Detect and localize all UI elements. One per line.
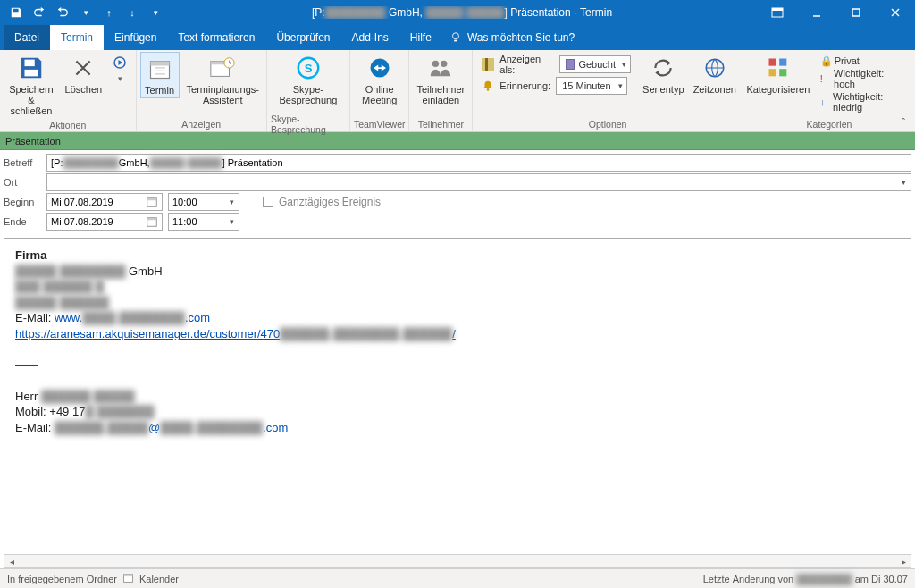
svg-point-22 bbox=[487, 88, 490, 91]
tab-file[interactable]: Datei bbox=[4, 25, 50, 50]
forward-menu-button[interactable]: ▾ bbox=[108, 52, 132, 86]
categorize-icon bbox=[764, 54, 793, 82]
calendar-picker-icon[interactable] bbox=[146, 196, 158, 210]
skype-icon: S bbox=[294, 54, 323, 82]
ribbon: Speichern & schließen Löschen ▾ Aktionen… bbox=[0, 50, 915, 132]
teamviewer-meeting-button[interactable]: Online Meeting bbox=[358, 52, 400, 107]
svg-rect-21 bbox=[485, 58, 488, 71]
prev-item-icon[interactable]: ↑ bbox=[98, 2, 120, 23]
undo-icon[interactable] bbox=[29, 2, 50, 23]
tab-termin[interactable]: Termin bbox=[50, 25, 104, 50]
status-bar: In freigegebenem Ordner Kalender Letzte … bbox=[0, 568, 915, 588]
last-change-status: Letzte Änderung von ████████ am Di 30.07 bbox=[703, 574, 908, 584]
location-input[interactable]: ▾ bbox=[46, 173, 911, 191]
end-label: Ende bbox=[4, 216, 41, 227]
group-label-anzeigen: Anzeigen bbox=[181, 117, 221, 131]
svg-rect-33 bbox=[124, 574, 133, 575]
termin-view-button[interactable]: Termin bbox=[140, 52, 180, 98]
svg-rect-11 bbox=[150, 62, 169, 66]
svg-point-6 bbox=[452, 33, 458, 39]
calendar-picker-icon[interactable] bbox=[146, 215, 158, 230]
scheduling-assistant-button[interactable]: Terminplanungs- Assistent bbox=[183, 52, 263, 107]
group-kategorien: Kategorisieren 🔒Privat !Wichtigkeit: hoc… bbox=[743, 50, 915, 131]
categorize-button[interactable]: Kategorisieren bbox=[747, 52, 810, 97]
group-label-kategorien: Kategorien bbox=[807, 117, 852, 131]
tab-hilfe[interactable]: Hilfe bbox=[399, 25, 442, 50]
tell-me[interactable]: Was möchten Sie tun? bbox=[442, 25, 582, 50]
scroll-right-icon[interactable]: ▸ bbox=[896, 557, 911, 567]
tab-ueberpruefen[interactable]: Überprüfen bbox=[265, 25, 340, 50]
maximize-icon[interactable] bbox=[836, 0, 876, 25]
qat-more-icon[interactable]: ▾ bbox=[75, 2, 97, 23]
end-date-input[interactable]: Mi 07.08.2019 bbox=[46, 213, 163, 231]
save-icon[interactable] bbox=[5, 2, 27, 23]
timezones-button[interactable]: Zeitzonen bbox=[691, 52, 739, 97]
quick-access-toolbar: ▾ ↑ ↓ ▾ bbox=[0, 2, 166, 23]
close-icon[interactable] bbox=[876, 0, 915, 25]
ribbon-collapse-icon[interactable]: ˆ bbox=[897, 117, 910, 130]
allday-checkbox[interactable] bbox=[263, 197, 273, 207]
scheduling-icon bbox=[208, 54, 237, 82]
tell-me-label: Was möchten Sie tun? bbox=[467, 31, 575, 44]
start-date-input[interactable]: Mi 07.08.2019 bbox=[46, 193, 163, 211]
save-close-icon bbox=[17, 54, 46, 82]
group-skype: S Skype- Besprechung Skype-Besprechung bbox=[267, 50, 350, 131]
title-bar: ▾ ↑ ↓ ▾ [P:████████ GmbH, █████ █████] P… bbox=[0, 0, 915, 25]
start-time-input[interactable]: 10:00 bbox=[168, 193, 239, 211]
svg-rect-29 bbox=[147, 198, 157, 201]
show-as-icon bbox=[482, 58, 494, 71]
show-as-select[interactable]: Gebucht bbox=[559, 55, 631, 73]
skype-meeting-button[interactable]: S Skype- Besprechung bbox=[275, 52, 340, 107]
group-label-teilnehmer: Teilnehmer bbox=[418, 117, 464, 131]
recurrence-button[interactable]: Serientyp bbox=[640, 52, 687, 97]
svg-rect-7 bbox=[24, 60, 34, 67]
end-time-input[interactable]: 11:00 bbox=[168, 213, 239, 231]
ribbon-tabs: Datei Termin Einfügen Text formatieren Ü… bbox=[0, 25, 915, 50]
minimize-icon[interactable] bbox=[797, 0, 836, 25]
reminder-bell-icon bbox=[482, 80, 494, 92]
group-optionen: Anzeigen als: Gebucht Erinnerung: 15 Min… bbox=[473, 50, 743, 131]
group-label-aktionen: Aktionen bbox=[49, 118, 86, 131]
exclamation-icon: ! bbox=[820, 73, 830, 84]
tab-text-formatieren[interactable]: Text formatieren bbox=[167, 25, 265, 50]
category-bar: Präsentation bbox=[0, 132, 915, 150]
arrow-down-icon: ↓ bbox=[820, 97, 829, 107]
svg-rect-1 bbox=[772, 8, 783, 11]
crm-link[interactable]: https://aranesam.akquisemanager.de/custo… bbox=[15, 327, 456, 340]
company-email-link[interactable]: www.████-████████.com bbox=[55, 311, 210, 324]
lock-icon: 🔒 bbox=[820, 55, 831, 66]
group-label-skype: Skype-Besprechung bbox=[271, 117, 346, 131]
importance-high-button[interactable]: !Wichtigkeit: hoch bbox=[820, 68, 904, 89]
svg-rect-3 bbox=[852, 9, 860, 16]
location-label: Ort bbox=[4, 177, 41, 188]
contact-email-link[interactable]: ██████.█████@████-████████.com bbox=[55, 421, 288, 434]
tab-einfuegen[interactable]: Einfügen bbox=[104, 25, 167, 50]
category-label: Präsentation bbox=[5, 136, 61, 147]
importance-low-button[interactable]: ↓Wichtigkeit: niedrig bbox=[820, 91, 904, 113]
allday-label: Ganztägiges Ereignis bbox=[279, 196, 381, 208]
invite-attendees-button[interactable]: Teilnehmer einladen bbox=[413, 52, 468, 107]
private-button[interactable]: 🔒Privat bbox=[820, 55, 904, 66]
folder-status: In freigegebenem Ordner bbox=[7, 574, 117, 584]
calendar-status: Kalender bbox=[139, 574, 179, 584]
ribbon-display-icon[interactable] bbox=[758, 0, 797, 25]
tab-addins[interactable]: Add-Ins bbox=[341, 25, 399, 50]
subject-input[interactable]: [P: ████████ GmbH, █████ █████ ] Präsent… bbox=[46, 154, 911, 172]
next-item-icon[interactable]: ↓ bbox=[122, 2, 143, 23]
group-label-optionen: Optionen bbox=[589, 117, 627, 131]
scroll-left-icon[interactable]: ◂ bbox=[4, 557, 19, 567]
forward-icon bbox=[111, 54, 129, 71]
save-close-button[interactable]: Speichern & schließen bbox=[4, 52, 59, 118]
reminder-select[interactable]: 15 Minuten bbox=[556, 77, 627, 95]
svg-rect-31 bbox=[147, 218, 157, 221]
group-aktionen: Speichern & schließen Löschen ▾ Aktionen bbox=[0, 50, 137, 131]
horizontal-scrollbar[interactable]: ◂ ▸ bbox=[4, 554, 911, 568]
calendar-icon bbox=[146, 55, 174, 83]
chevron-down-icon[interactable]: ▾ bbox=[902, 178, 906, 187]
svg-rect-27 bbox=[779, 69, 786, 76]
start-label: Beginn bbox=[4, 197, 41, 207]
delete-button[interactable]: Löschen bbox=[63, 52, 105, 97]
redo-icon[interactable] bbox=[52, 2, 73, 23]
appointment-body[interactable]: Firma █████ ████████ GmbH ███ ██████ █ █… bbox=[4, 238, 911, 550]
qat-customize-icon[interactable]: ▾ bbox=[145, 2, 166, 23]
